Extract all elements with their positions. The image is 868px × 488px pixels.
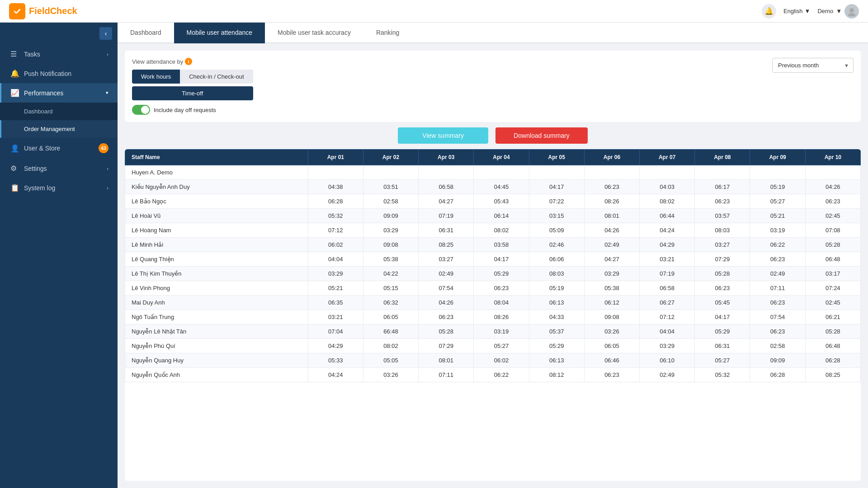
download-summary-button[interactable]: Download summary (495, 127, 588, 144)
navbar: FieldCheck 🔔 English ▼ Demo ▼ (0, 0, 868, 23)
staff-name-cell: Nguyễn Quang Huy (125, 353, 308, 368)
user-arrow: ▼ (836, 8, 842, 14)
time-cell: 04:38 (308, 180, 363, 194)
col-header-staff-name: Staff Name (125, 150, 308, 165)
sidebar-item-user-store[interactable]: 👤 User & Store 43 (0, 138, 118, 159)
time-cell: 08:03 (529, 267, 584, 281)
logo-icon (9, 3, 25, 19)
attendance-table: Staff NameApr 01Apr 02Apr 03Apr 04Apr 05… (125, 149, 861, 382)
sidebar-item-push-notification[interactable]: 🔔 Push Notification (0, 64, 118, 83)
time-cell: 05:37 (529, 324, 584, 339)
include-day-off-toggle[interactable] (132, 105, 150, 115)
btn-group-wrap: Work hours Check-in / Check-out Time-off (132, 70, 253, 100)
order-management-label: Order Management (24, 126, 75, 132)
sidebar-item-settings[interactable]: ⚙ Settings › (0, 159, 118, 178)
table-header-row: Staff NameApr 01Apr 02Apr 03Apr 04Apr 05… (125, 150, 861, 165)
btn-checkin-checkout[interactable]: Check-in / Check-out (180, 70, 253, 84)
time-cell: 06:28 (805, 353, 860, 368)
layout: ‹ ☰ Tasks › 🔔 Push Notification 📈 Perfor… (0, 23, 868, 488)
time-cell: 05:27 (750, 194, 805, 209)
staff-name-cell: Lê Quang Thiện (125, 252, 308, 267)
time-cell: 04:27 (419, 194, 474, 209)
time-cell: 07:54 (750, 310, 805, 324)
staff-name-cell: Lê Thị Kim Thuyền (125, 267, 308, 281)
time-cell: 07:24 (805, 281, 860, 296)
time-cell: 06:23 (750, 296, 805, 310)
staff-name-cell: Nguyễn Quốc Anh (125, 368, 308, 382)
btn-timeoff[interactable]: Time-off (132, 86, 253, 100)
col-header-apr-03: Apr 03 (419, 150, 474, 165)
view-summary-button[interactable]: View summary (398, 127, 488, 144)
main-content: Dashboard Mobile user attendance Mobile … (118, 23, 868, 488)
time-cell: 06:23 (750, 324, 805, 339)
time-cell: 04:45 (474, 180, 529, 194)
time-cell: 08:02 (474, 223, 529, 238)
language-selector[interactable]: English ▼ (783, 8, 811, 14)
sidebar-item-dashboard[interactable]: Dashboard (0, 103, 118, 120)
time-cell: 03:26 (584, 324, 639, 339)
col-header-apr-10: Apr 10 (805, 150, 860, 165)
time-cell: 05:09 (529, 223, 584, 238)
sidebar-toggle-button[interactable]: ‹ (99, 27, 112, 40)
sidebar-item-system-log[interactable]: 📋 System log › (0, 178, 118, 197)
time-cell: 06:44 (640, 209, 695, 223)
staff-name-cell: Lê Minh Hải (125, 238, 308, 252)
time-cell: 07:12 (640, 310, 695, 324)
tab-dashboard[interactable]: Dashboard (118, 23, 174, 43)
time-cell: 06:28 (750, 368, 805, 382)
table-row: Lê Hoài Vũ05:3209:0907:1906:1403:1508:01… (125, 209, 861, 223)
time-cell: 05:21 (750, 209, 805, 223)
time-cell: 08:02 (363, 339, 418, 353)
time-cell: 07:11 (750, 281, 805, 296)
time-cell: 06:22 (750, 238, 805, 252)
time-cell: 07:04 (308, 324, 363, 339)
action-row: View summary Download summary (125, 127, 861, 144)
svg-point-2 (848, 13, 855, 16)
sidebar-item-performances[interactable]: 📈 Performances ▾ (0, 83, 118, 103)
sidebar-item-label: User & Store (24, 145, 60, 152)
dashboard-label: Dashboard (24, 108, 53, 115)
tab-mobile-user-task-accuracy[interactable]: Mobile user task accuracy (265, 23, 363, 43)
table-row: Lê Bảo Ngọc06:2802:5804:2705:4307:2208:2… (125, 194, 861, 209)
table-row: Nguyễn Lê Nhật Tân07:0466:4805:2803:1905… (125, 324, 861, 339)
sidebar-item-order-management[interactable]: Order Management (0, 120, 118, 138)
user-label: Demo (817, 8, 833, 14)
time-cell: 04:17 (529, 180, 584, 194)
time-cell (308, 165, 363, 180)
time-cell: 03:19 (474, 324, 529, 339)
tab-mobile-user-attendance[interactable]: Mobile user attendance (174, 23, 265, 43)
attendance-table-container[interactable]: Staff NameApr 01Apr 02Apr 03Apr 04Apr 05… (125, 149, 861, 481)
time-cell: 06:23 (584, 180, 639, 194)
time-cell: 05:28 (805, 324, 860, 339)
staff-name-cell: Nguyễn Phú Quí (125, 339, 308, 353)
time-cell: 06:10 (640, 353, 695, 368)
include-day-off-label: Include day off requests (154, 107, 216, 113)
time-cell: 06:31 (695, 339, 750, 353)
time-cell: 04:29 (308, 339, 363, 353)
time-cell: 05:38 (584, 281, 639, 296)
sidebar-toggle-area: ‹ (0, 23, 118, 44)
sidebar-item-tasks[interactable]: ☰ Tasks › (0, 44, 118, 64)
time-cell: 02:45 (805, 209, 860, 223)
btn-work-hours[interactable]: Work hours (132, 70, 180, 84)
time-cell: 04:04 (308, 252, 363, 267)
time-cell: 03:57 (695, 209, 750, 223)
user-menu[interactable]: Demo ▼ (817, 4, 859, 19)
time-cell: 09:08 (584, 310, 639, 324)
time-cell (805, 165, 860, 180)
settings-icon: ⚙ (10, 164, 19, 173)
time-cell: 04:26 (584, 223, 639, 238)
month-select[interactable]: Current monthPrevious monthLast 3 months (772, 58, 854, 73)
notification-bell[interactable]: 🔔 (762, 4, 776, 19)
time-cell: 09:08 (363, 238, 418, 252)
time-cell: 05:28 (419, 324, 474, 339)
time-cell: 07:54 (419, 281, 474, 296)
time-cell: 05:05 (363, 353, 418, 368)
staff-name-cell: Lê Hoàng Nam (125, 223, 308, 238)
time-cell: 05:29 (695, 324, 750, 339)
user-store-icon: 👤 (10, 144, 19, 153)
time-cell: 06:21 (805, 310, 860, 324)
tab-ranking[interactable]: Ranking (363, 23, 412, 43)
time-cell: 07:19 (419, 209, 474, 223)
time-cell: 03:15 (529, 209, 584, 223)
